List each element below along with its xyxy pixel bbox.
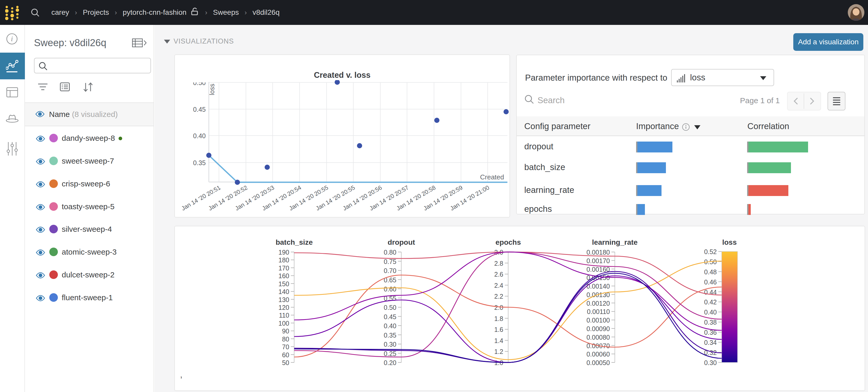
svg-text:batch_size: batch_size [276, 238, 313, 246]
svg-text:1.4: 1.4 [494, 337, 503, 344]
svg-text:0.00090: 0.00090 [587, 325, 610, 332]
svg-text:0.25: 0.25 [384, 350, 396, 357]
svg-text:180: 180 [278, 256, 289, 264]
svg-text:60: 60 [282, 351, 289, 359]
svg-text:1.6: 1.6 [494, 326, 503, 333]
svg-text:0.50: 0.50 [384, 304, 396, 311]
svg-text:0.60: 0.60 [384, 286, 396, 293]
svg-text:dropout: dropout [388, 238, 415, 246]
svg-text:110: 110 [279, 312, 289, 319]
svg-text:130: 130 [278, 296, 289, 303]
svg-text:2.2: 2.2 [494, 293, 503, 300]
svg-text:0.20: 0.20 [384, 359, 396, 366]
svg-text:0.00100: 0.00100 [587, 317, 610, 324]
svg-text:70: 70 [282, 343, 289, 351]
svg-text:50: 50 [282, 359, 289, 366]
svg-text:0.46: 0.46 [704, 279, 717, 286]
svg-text:0.48: 0.48 [704, 268, 717, 275]
svg-text:0.35: 0.35 [193, 159, 206, 166]
svg-text:Created v. loss: Created v. loss [314, 70, 370, 79]
svg-text:160: 160 [278, 272, 289, 280]
svg-text:0.40: 0.40 [704, 308, 717, 316]
svg-text:loss: loss [722, 238, 737, 246]
svg-text:150: 150 [278, 280, 289, 288]
svg-text:0.00080: 0.00080 [587, 334, 610, 341]
svg-text:Created: Created [480, 173, 504, 181]
svg-text:0.75: 0.75 [384, 258, 396, 265]
svg-text:learning_rate: learning_rate [592, 238, 638, 246]
svg-text:0.00120: 0.00120 [587, 300, 610, 307]
svg-text:2.4: 2.4 [494, 282, 503, 289]
svg-text:0.45: 0.45 [193, 106, 206, 113]
svg-text:0.00050: 0.00050 [587, 359, 610, 366]
svg-text:0.40: 0.40 [193, 132, 206, 139]
svg-text:80: 80 [282, 335, 289, 343]
svg-text:0.00170: 0.00170 [587, 257, 610, 264]
svg-text:0.70: 0.70 [384, 267, 396, 274]
svg-text:100: 100 [278, 320, 289, 327]
svg-text:0.34: 0.34 [704, 339, 717, 346]
svg-text:1.8: 1.8 [494, 315, 503, 322]
svg-text:0.80: 0.80 [384, 249, 396, 256]
svg-text:120: 120 [278, 304, 289, 311]
svg-text:loss: loss [208, 84, 216, 95]
svg-text:2.0: 2.0 [494, 304, 503, 311]
svg-text:1.2: 1.2 [494, 348, 503, 355]
svg-text:0.50: 0.50 [193, 79, 206, 86]
svg-text:epochs: epochs [495, 238, 521, 246]
svg-text:0.65: 0.65 [384, 276, 396, 284]
svg-text:140: 140 [278, 288, 289, 295]
svg-text:i: i [11, 35, 13, 43]
svg-text:0.00110: 0.00110 [587, 308, 610, 315]
svg-text:0.30: 0.30 [384, 341, 396, 348]
svg-text:170: 170 [278, 264, 289, 272]
svg-text:0.00180: 0.00180 [587, 249, 610, 256]
svg-text:0.40: 0.40 [384, 322, 396, 329]
svg-text:2.6: 2.6 [494, 271, 503, 278]
svg-text:0.35: 0.35 [384, 332, 396, 339]
svg-text:0.45: 0.45 [384, 313, 396, 321]
svg-text:2.8: 2.8 [494, 260, 503, 267]
svg-text:0.52: 0.52 [704, 248, 717, 255]
svg-text:190: 190 [278, 249, 289, 256]
svg-text:90: 90 [282, 327, 289, 335]
svg-text:0.00060: 0.00060 [587, 351, 610, 358]
svg-text:,: , [180, 370, 182, 379]
svg-text:0.38: 0.38 [704, 319, 717, 326]
svg-text:0.30: 0.30 [704, 359, 717, 366]
svg-text:0.42: 0.42 [704, 298, 717, 306]
